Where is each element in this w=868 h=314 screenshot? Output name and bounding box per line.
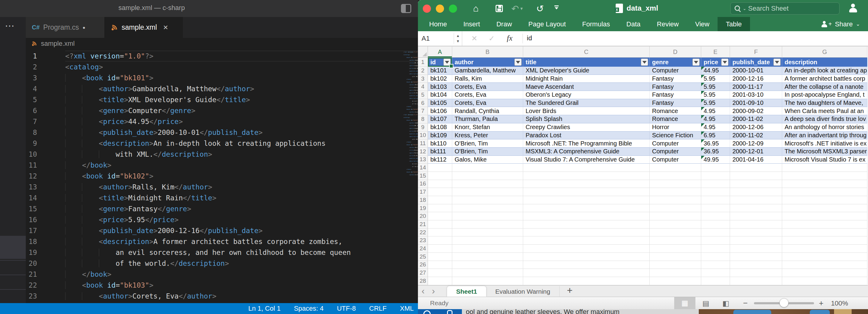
cell[interactable]	[523, 212, 650, 220]
line-number[interactable]: 20	[26, 258, 65, 269]
cell[interactable]	[452, 245, 523, 253]
cell[interactable]: Paradox Lost	[523, 131, 650, 140]
cell[interactable]: The two daughters of Maeve,	[782, 99, 867, 107]
select-all-corner[interactable]	[418, 46, 428, 58]
filter-button[interactable]	[692, 59, 700, 66]
code-line[interactable]: 17 <publish_date>2000-12-16</publish_dat…	[26, 225, 418, 236]
cell[interactable]: Corets, Eva	[452, 91, 523, 99]
line-number[interactable]: 16	[26, 214, 65, 225]
cell[interactable]	[523, 269, 650, 277]
status-item[interactable]: Spaces: 4	[294, 305, 323, 313]
cell[interactable]	[428, 204, 452, 213]
header-cell-price[interactable]: price	[701, 58, 730, 67]
cell[interactable]: Computer	[650, 148, 701, 156]
cell[interactable]	[523, 188, 650, 196]
cell[interactable]	[701, 253, 730, 261]
cell[interactable]	[701, 245, 730, 253]
filter-button[interactable]	[515, 59, 522, 66]
cell[interactable]	[730, 196, 782, 204]
status-item[interactable]: Ln 1, Col 1	[248, 305, 281, 313]
breadcrumb-file[interactable]: sample.xml	[41, 40, 74, 48]
zoom-slider-thumb[interactable]	[779, 298, 788, 307]
cell[interactable]: 2001-04-16	[730, 156, 782, 164]
modified-dot-icon[interactable]: ●	[83, 25, 85, 30]
normal-view-button[interactable]: ▦	[674, 297, 695, 309]
cell[interactable]: 2000-09-02	[730, 107, 782, 115]
stepper-up-icon[interactable]: ▲	[456, 34, 460, 38]
zoom-window-button[interactable]	[449, 4, 457, 13]
cell[interactable]: 5.95	[701, 75, 730, 83]
code-line[interactable]: 1<?xml version="1.0"?>	[26, 51, 418, 62]
row-header-8[interactable]: 8	[418, 115, 428, 123]
cell[interactable]	[428, 164, 452, 172]
cell[interactable]: Computer	[650, 67, 701, 75]
accept-entry-icon[interactable]: ✓	[489, 34, 495, 43]
share-button[interactable]: + Share ⌄	[819, 17, 860, 31]
line-number[interactable]: 8	[26, 127, 65, 138]
page-layout-view-button[interactable]: ▤	[703, 299, 709, 308]
cell[interactable]	[452, 212, 523, 220]
column-header-G[interactable]: G	[782, 46, 867, 58]
cell[interactable]	[730, 212, 782, 220]
code-line[interactable]: 15 <genre>Fantasy</genre>	[26, 203, 418, 214]
code-line[interactable]: 21 </book>	[26, 269, 418, 280]
code-line[interactable]: 4 <author>Gambardella, Matthew</author>	[26, 83, 418, 94]
name-box-stepper[interactable]: ▲ ▼	[454, 33, 462, 44]
cell[interactable]	[650, 253, 701, 261]
ribbon-tab-data[interactable]: Data	[618, 17, 648, 31]
cell[interactable]: 2000-12-16	[730, 75, 782, 83]
cell[interactable]: bk108	[428, 123, 452, 131]
filter-button[interactable]	[443, 59, 451, 66]
code-line[interactable]: 6 <genre>Computer</genre>	[26, 105, 418, 116]
cell[interactable]: 5.95	[701, 83, 730, 91]
code-line[interactable]: 8 <publish_date>2000-10-01</publish_date…	[26, 127, 418, 138]
close-tab-icon[interactable]: ✕	[163, 24, 168, 31]
cell[interactable]: bk101	[428, 67, 452, 75]
cell[interactable]	[730, 172, 782, 180]
cell[interactable]: The Sundered Grail	[523, 99, 650, 107]
insert-function-icon[interactable]: fx	[507, 34, 513, 43]
ribbon-tab-home[interactable]: Home	[421, 17, 455, 31]
column-header-A[interactable]: A	[428, 46, 452, 58]
code-line[interactable]: 9 <description>An in-depth look at creat…	[26, 138, 418, 149]
row-header-28[interactable]: 28	[418, 277, 428, 285]
cell[interactable]: bk109	[428, 131, 452, 140]
cell[interactable]	[730, 269, 782, 277]
cell[interactable]	[701, 164, 730, 172]
row-header-6[interactable]: 6	[418, 99, 428, 107]
cell[interactable]: MSXML3: A Comprehensive Guide	[523, 148, 650, 156]
cell[interactable]	[782, 253, 867, 261]
breadcrumb[interactable]: sample.xml	[26, 38, 418, 50]
cell[interactable]: 49.95	[701, 156, 730, 164]
cell[interactable]	[650, 237, 701, 245]
cell[interactable]	[428, 261, 452, 269]
cell[interactable]	[523, 180, 650, 188]
cell[interactable]	[701, 228, 730, 237]
cell[interactable]	[782, 172, 867, 180]
cell[interactable]	[701, 212, 730, 220]
row-header-14[interactable]: 14	[418, 164, 428, 172]
cell[interactable]: 2001-09-10	[730, 99, 782, 107]
ribbon-tab-table[interactable]: Table	[718, 17, 750, 31]
line-number[interactable]: 22	[26, 280, 65, 291]
cell[interactable]	[701, 204, 730, 213]
cell[interactable]: bk110	[428, 139, 452, 148]
line-number[interactable]: 1	[26, 51, 65, 62]
cell[interactable]	[428, 277, 452, 285]
cell[interactable]	[650, 172, 701, 180]
cell[interactable]	[428, 196, 452, 204]
cell[interactable]: 2000-11-17	[730, 83, 782, 91]
row-header-17[interactable]: 17	[418, 188, 428, 196]
line-number[interactable]: 9	[26, 138, 65, 149]
cell[interactable]	[523, 196, 650, 204]
header-cell-publish_date[interactable]: publish_date	[730, 58, 782, 67]
cell[interactable]	[452, 277, 523, 285]
line-number[interactable]: 10	[26, 149, 65, 160]
cell[interactable]	[428, 237, 452, 245]
cell[interactable]	[730, 188, 782, 196]
code-line[interactable]: 20 of the world.</description>	[26, 258, 418, 269]
line-number[interactable]: 18	[26, 236, 65, 247]
code-line[interactable]: 19 an evil sorceress, and her own childh…	[26, 247, 418, 258]
column-header-C[interactable]: C	[523, 46, 650, 58]
cell[interactable]	[452, 164, 523, 172]
